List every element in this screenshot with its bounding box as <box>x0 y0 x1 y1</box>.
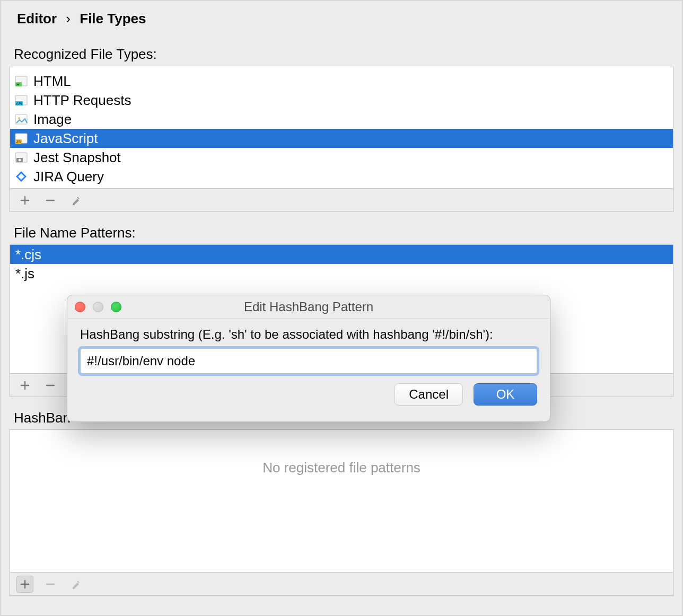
window-traffic-lights <box>75 302 121 312</box>
window-minimize-button[interactable] <box>93 302 103 312</box>
dialog-title: Edit HashBang Pattern <box>244 300 373 314</box>
list-item[interactable]: API HTTP Requests <box>10 91 673 110</box>
jira-file-icon <box>14 170 28 183</box>
edit-hashbang-dialog: Edit HashBang Pattern HashBang substring… <box>67 295 550 422</box>
list-item[interactable]: *.cjs <box>10 245 673 264</box>
pencil-icon <box>71 195 81 206</box>
edit-filetype-button[interactable] <box>67 192 84 209</box>
plus-icon <box>20 579 30 589</box>
svg-point-7 <box>18 117 20 119</box>
plus-icon <box>20 380 30 391</box>
list-item-label: JIRA Query <box>33 169 104 185</box>
add-pattern-button[interactable] <box>16 377 33 394</box>
list-item-label: HTML <box>33 73 71 90</box>
list-item[interactable]: JS JavaScript <box>10 129 673 148</box>
breadcrumb-file-types[interactable]: File Types <box>80 11 146 27</box>
minus-icon <box>45 579 56 589</box>
breadcrumb-editor[interactable]: Editor <box>17 11 57 27</box>
list-item[interactable]: JIRA Query <box>10 167 673 186</box>
hashbang-empty-text: No registered file patterns <box>10 430 673 476</box>
list-item-label: Image <box>33 111 72 128</box>
hashbang-toolbar <box>10 573 673 596</box>
cancel-button[interactable]: Cancel <box>395 383 463 406</box>
list-item[interactable]: H HTML <box>10 72 673 91</box>
svg-text:API: API <box>16 102 22 105</box>
window-zoom-button[interactable] <box>111 302 121 312</box>
breadcrumb-separator: › <box>66 11 71 27</box>
plus-icon <box>20 195 30 206</box>
add-filetype-button[interactable] <box>16 192 33 209</box>
hashbang-input-label: HashBang substring (E.g. 'sh' to be asso… <box>80 327 537 342</box>
remove-pattern-button[interactable] <box>42 377 59 394</box>
minus-icon <box>45 380 56 391</box>
svg-text:H: H <box>16 82 20 87</box>
remove-hashbang-button[interactable] <box>42 576 59 593</box>
recognized-file-types-list[interactable]: H HTML API HTTP Requests Image JS JavaSc… <box>10 66 673 189</box>
hashbang-patterns-list[interactable]: No registered file patterns <box>10 429 673 573</box>
js-file-icon: JS <box>14 131 28 145</box>
list-item-label: HTTP Requests <box>33 92 131 109</box>
edit-hashbang-button[interactable] <box>67 576 84 593</box>
filetypes-toolbar <box>10 189 673 212</box>
ok-button[interactable]: OK <box>474 383 537 406</box>
list-item[interactable]: *.js <box>10 264 673 283</box>
image-file-icon <box>14 112 28 126</box>
remove-filetype-button[interactable] <box>42 192 59 209</box>
add-hashbang-button[interactable] <box>16 576 33 593</box>
api-file-icon: API <box>14 93 28 107</box>
pattern-label: *.cjs <box>15 247 41 263</box>
html-file-icon: H <box>14 74 28 88</box>
breadcrumb: Editor › File Types <box>1 1 682 32</box>
minus-icon <box>45 195 56 206</box>
list-item[interactable]: Image <box>10 110 673 129</box>
list-item-label: Jest Snapshot <box>33 149 121 166</box>
list-item[interactable]: Jest Snapshot <box>10 148 673 167</box>
snapshot-file-icon <box>14 151 28 164</box>
pencil-icon <box>71 579 81 589</box>
settings-pane: Editor › File Types Recognized File Type… <box>0 0 683 616</box>
pattern-label: *.js <box>15 266 34 282</box>
svg-text:JS: JS <box>16 139 21 144</box>
window-close-button[interactable] <box>75 302 85 312</box>
dialog-titlebar: Edit HashBang Pattern <box>67 295 550 319</box>
hashbang-input[interactable] <box>80 348 537 374</box>
list-item-label: JavaScript <box>33 130 98 147</box>
file-name-patterns-label: File Name Patterns: <box>1 219 682 244</box>
recognized-file-types-label: Recognized File Types: <box>1 41 682 66</box>
list-item[interactable] <box>10 66 673 72</box>
svg-point-13 <box>19 159 21 162</box>
